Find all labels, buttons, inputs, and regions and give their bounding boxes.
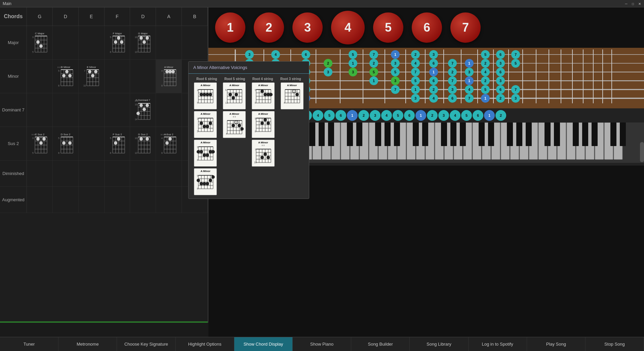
voicing-cell-1-4[interactable]: A Minor <box>278 82 306 109</box>
d7-e-empty[interactable] <box>79 93 105 127</box>
num-btn-2[interactable]: 2 <box>254 12 284 43</box>
chord-cell-f-major[interactable]: F Major 5 8 <box>105 26 130 59</box>
d7-d-empty[interactable] <box>53 93 79 127</box>
chord-cell-g-sus2[interactable]: G Sus 2 10 13 <box>130 127 156 160</box>
voicing-diagram-3-3: A Minor x x <box>252 140 275 167</box>
show-piano-button[interactable]: Show Piano <box>293 337 351 351</box>
aug-d2-empty[interactable] <box>130 187 156 213</box>
voicing-cell-1-1[interactable]: A Minor <box>192 82 219 109</box>
chord-cell-g-minor-empty[interactable] <box>27 60 53 93</box>
num-btn-5[interactable]: 5 <box>373 12 403 43</box>
piano-label-2c[interactable]: 2 <box>358 110 369 121</box>
chord-cell-a-major-empty[interactable] <box>156 26 182 59</box>
sus2-e-empty[interactable] <box>79 127 105 160</box>
piano-label-5c[interactable]: 5 <box>393 110 403 121</box>
aug-f-empty[interactable] <box>105 187 130 213</box>
voicing-cell-1-2[interactable]: A Minor <box>221 82 248 109</box>
diminished-row-label: Diminished <box>0 161 27 186</box>
show-chord-display-button[interactable]: Show Chord Display <box>234 337 293 351</box>
dim-d-empty[interactable] <box>53 161 79 186</box>
voicing-cell-1-3[interactable]: A Minor <box>250 82 277 109</box>
dim-g-empty[interactable] <box>27 161 53 186</box>
piano-label-1d[interactable]: 1 <box>484 110 495 121</box>
d7-f-empty[interactable] <box>105 93 130 127</box>
chord-cell-d-major-empty[interactable] <box>53 26 79 59</box>
dim-e-empty[interactable] <box>79 161 105 186</box>
song-library-button[interactable]: Song Library <box>410 337 468 351</box>
svg-text:3: 3 <box>499 79 501 83</box>
svg-point-174 <box>146 137 149 141</box>
voicing-cell-3-1[interactable]: A Minor <box>192 140 219 167</box>
voicing-cell-2-1[interactable]: A Minor <box>192 111 219 138</box>
chord-cell-d-sus2[interactable]: D Sus 2 5 8 <box>53 127 79 160</box>
chord-cell-d-minor[interactable]: D Minor x x x 5 8 <box>53 60 79 93</box>
svg-text:3: 3 <box>515 96 517 100</box>
metronome-button[interactable]: Metronome <box>58 337 117 351</box>
chord-cell-f-minor-empty[interactable] <box>105 60 130 93</box>
piano-label-4c[interactable]: 4 <box>381 110 392 121</box>
piano-label-4b[interactable]: 4 <box>313 110 323 121</box>
voicing-cell-2-3[interactable]: A Minor <box>250 111 277 138</box>
chord-cell-f-sus2[interactable]: F Sus 2 5 8 <box>105 127 130 160</box>
svg-text:2: 2 <box>499 96 501 100</box>
svg-text:x x: x x <box>135 100 138 102</box>
num-btn-3[interactable]: 3 <box>292 12 323 43</box>
chord-cell-b-major-empty[interactable] <box>182 26 208 59</box>
piano-label-3c[interactable]: 3 <box>370 110 380 121</box>
stop-song-button[interactable]: Stop Song <box>586 337 644 351</box>
piano-label-6d[interactable]: 6 <box>473 110 483 121</box>
svg-point-109 <box>139 104 143 107</box>
piano-label-5b[interactable]: 5 <box>324 110 335 121</box>
dim-f-empty[interactable] <box>105 161 130 186</box>
piano-label-4d[interactable]: 4 <box>450 110 460 121</box>
song-builder-button[interactable]: Song Builder <box>351 337 410 351</box>
play-song-button[interactable]: Play Song <box>527 337 586 351</box>
chord-cell-e-major-empty[interactable] <box>79 26 105 59</box>
voicing-cell-2-2[interactable]: A Minor x x <box>221 111 248 138</box>
chord-cell-a-minor[interactable]: A Minor 4 8 <box>156 60 182 93</box>
chord-cell-a-sus2[interactable]: A Sus 2 x x x x 4 8 <box>156 127 182 160</box>
piano-label-2e[interactable]: 2 <box>495 110 506 121</box>
voicing-cell-3-3[interactable]: A Minor x x <box>250 140 277 167</box>
dim-d2-empty[interactable] <box>130 161 156 186</box>
d7-g-empty[interactable] <box>27 93 53 127</box>
highlight-options-button[interactable]: Highlight Options <box>176 337 234 351</box>
num-btn-4[interactable]: 4 <box>331 11 365 44</box>
num-btn-7[interactable]: 7 <box>450 12 481 43</box>
chord-cell-g-major[interactable]: G Major 10 13 <box>130 26 156 59</box>
svg-text:8: 8 <box>110 51 111 53</box>
piano-label-3d[interactable]: 3 <box>438 110 449 121</box>
chord-cell-d2-minor-empty[interactable] <box>130 60 156 93</box>
svg-point-555 <box>200 150 203 153</box>
piano-label-1b[interactable]: 1 <box>347 110 358 121</box>
chord-cell-g-dom7[interactable]: G Dominant 7 x x 10 <box>130 93 156 127</box>
maximize-button[interactable]: □ <box>630 1 636 7</box>
piano-label-1c[interactable]: 1 <box>415 110 426 121</box>
voicing-cell-4-1[interactable]: A Minor <box>192 168 219 195</box>
svg-point-589 <box>197 179 200 182</box>
dim-a-empty[interactable] <box>156 161 182 186</box>
num-btn-1[interactable]: 1 <box>215 12 245 43</box>
aug-d-empty[interactable] <box>53 187 79 213</box>
aug-e-empty[interactable] <box>79 187 105 213</box>
piano-label-6c[interactable]: 6 <box>404 110 415 121</box>
svg-text:F Major: F Major <box>113 32 122 35</box>
grid-header-row: Chords G D E F D A B <box>0 7 208 26</box>
chord-cell-e-minor[interactable]: E Minor 7 10 <box>79 60 105 93</box>
num-btn-6[interactable]: 6 <box>412 12 442 43</box>
aug-g-empty[interactable] <box>27 187 53 213</box>
minimize-button[interactable]: ─ <box>623 1 629 7</box>
piano-label-5d[interactable]: 5 <box>461 110 472 121</box>
piano-label-6b[interactable]: 6 <box>335 110 346 121</box>
svg-text:5: 5 <box>255 117 256 120</box>
voicing-svg-2-1: 2 5 <box>196 115 215 133</box>
log-in-spotify-button[interactable]: Log in to Spotify <box>469 337 527 351</box>
close-button[interactable]: ✕ <box>637 1 643 7</box>
d7-a-empty[interactable] <box>156 93 182 127</box>
choose-key-signature-button[interactable]: Choose Key Signature <box>117 337 175 351</box>
chord-cell-c-sus2[interactable]: C Sus 2 x x x 3 5 <box>27 127 53 160</box>
aug-a-empty[interactable] <box>156 187 182 213</box>
tuner-button[interactable]: Tuner <box>0 337 58 351</box>
piano-label-2d[interactable]: 2 <box>427 110 438 121</box>
chord-cell-c-major[interactable]: C Major 3 5 <box>27 26 53 59</box>
